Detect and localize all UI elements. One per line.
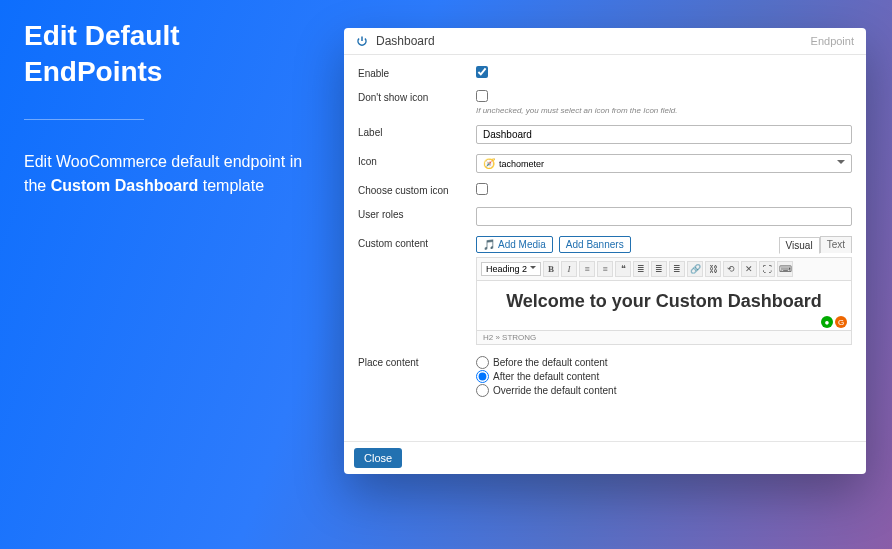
add-media-button[interactable]: 🎵 Add Media [476, 236, 553, 253]
align-right-button[interactable]: ≣ [669, 261, 685, 277]
music-note-icon: 🎵 [483, 239, 495, 250]
unlink-button[interactable]: ⛓ [705, 261, 721, 277]
editor-content[interactable]: Welcome to your Custom Dashboard ● G [476, 281, 852, 331]
link-button[interactable]: 🔗 [687, 261, 703, 277]
desc-bold: Custom Dashboard [51, 177, 199, 194]
undo-button[interactable]: ⟲ [723, 261, 739, 277]
user-roles-label: User roles [358, 207, 476, 220]
align-left-button[interactable]: ≣ [633, 261, 649, 277]
place-content-group: Before the default content After the def… [476, 355, 852, 398]
divider [24, 119, 144, 120]
radio-after[interactable]: After the default content [476, 370, 852, 383]
toolbar-toggle-button[interactable]: ⌨ [777, 261, 793, 277]
hide-icon-checkbox[interactable] [476, 90, 488, 102]
enable-checkbox[interactable] [476, 66, 488, 78]
hide-icon-hint: If unchecked, you must select an icon fr… [476, 106, 852, 115]
place-content-label: Place content [358, 355, 476, 368]
numbered-list-button[interactable]: ≡ [597, 261, 613, 277]
radio-override[interactable]: Override the default content [476, 384, 852, 397]
icon-select[interactable]: 🧭 tachometer [476, 154, 852, 173]
heading-select[interactable]: Heading 2 [481, 262, 541, 276]
page-title-line1: Edit Default [24, 20, 180, 51]
icon-label: Icon [358, 154, 476, 167]
modal-header: Dashboard Endpoint [344, 28, 866, 55]
add-media-label: Add Media [498, 239, 546, 250]
align-center-button[interactable]: ≣ [651, 261, 667, 277]
quote-button[interactable]: ❝ [615, 261, 631, 277]
editor-toolbar: Heading 2 B I ≡ ≡ ❝ ≣ ≣ ≣ 🔗 ⛓ ⟲ ✕ ⛶ ⌨ [476, 257, 852, 281]
tachometer-icon: 🧭 [483, 158, 495, 169]
add-banners-label: Add Banners [566, 239, 624, 250]
tab-text[interactable]: Text [820, 236, 852, 253]
radio-before[interactable]: Before the default content [476, 356, 852, 369]
modal-type: Endpoint [811, 35, 854, 47]
page-description: Edit WooCommerce default endpoint in the… [24, 150, 324, 198]
custom-icon-checkbox[interactable] [476, 183, 488, 195]
page-title: Edit Default EndPoints [24, 18, 324, 91]
modal-title: Dashboard [376, 34, 435, 48]
bold-button[interactable]: B [543, 261, 559, 277]
custom-content-label: Custom content [358, 236, 476, 249]
desc-post: template [198, 177, 264, 194]
endpoint-modal: Dashboard Endpoint Enable Don't show ico… [344, 28, 866, 474]
grammar-badge-icon[interactable]: G [835, 316, 847, 328]
add-banners-button[interactable]: Add Banners [559, 236, 631, 253]
icon-selected-value: tachometer [499, 159, 544, 169]
tab-visual[interactable]: Visual [779, 237, 820, 254]
hide-icon-label: Don't show icon [358, 90, 476, 103]
bullet-list-button[interactable]: ≡ [579, 261, 595, 277]
close-button[interactable]: Close [354, 448, 402, 468]
seo-badge-icon[interactable]: ● [821, 316, 833, 328]
clear-button[interactable]: ✕ [741, 261, 757, 277]
page-title-line2: EndPoints [24, 56, 162, 87]
power-icon [356, 35, 368, 47]
editor-heading: Welcome to your Custom Dashboard [485, 291, 843, 312]
editor-status-path: H2 » STRONG [476, 331, 852, 345]
italic-button[interactable]: I [561, 261, 577, 277]
user-roles-input[interactable] [476, 207, 852, 226]
label-field-label: Label [358, 125, 476, 138]
fullscreen-button[interactable]: ⛶ [759, 261, 775, 277]
enable-label: Enable [358, 66, 476, 79]
label-input[interactable] [476, 125, 852, 144]
custom-icon-label: Choose custom icon [358, 183, 476, 196]
